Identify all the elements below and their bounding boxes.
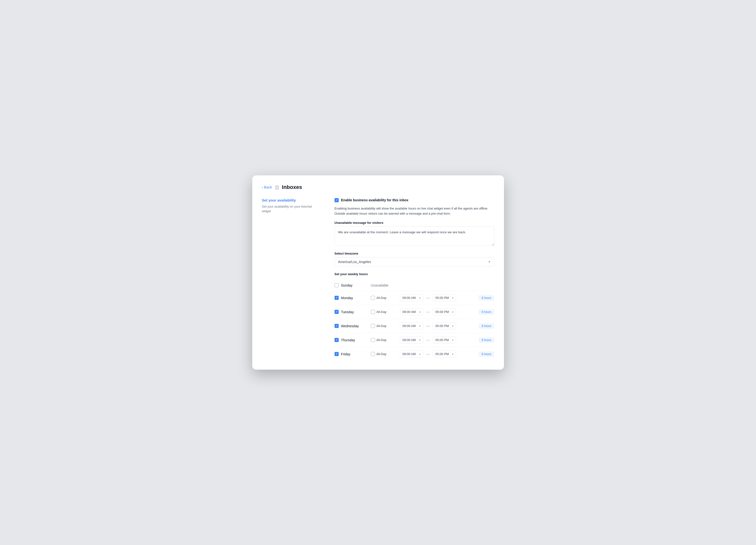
friday-time-area: 09:00 AM 08:00 AM 10:00 AM 12:00 PM ▼ — … <box>400 351 494 358</box>
sunday-unavailable: Unavailable <box>371 284 389 287</box>
monday-label: Monday <box>341 296 353 300</box>
wednesday-hours-badge: 8 hours <box>479 324 494 329</box>
friday-checkbox[interactable] <box>335 352 339 356</box>
unavailable-message-label: Unavailable message for visitors <box>335 221 494 224</box>
content-area: Set your availability Set your availabil… <box>262 198 494 361</box>
wednesday-allday-checkbox[interactable] <box>371 324 375 328</box>
enable-checkbox[interactable] <box>335 198 339 202</box>
wednesday-checkbox-area: Wednesday <box>335 324 366 328</box>
friday-allday-label: All-Day <box>376 352 387 356</box>
table-row: Thursday All-Day 09:00 AM 08:00 AM 10:00… <box>335 333 494 347</box>
monday-start-wrap: 09:00 AM 08:00 AM 10:00 AM 12:00 PM ▼ <box>400 294 423 301</box>
back-label: Back <box>264 185 272 189</box>
friday-checkbox-area: Friday <box>335 352 366 356</box>
table-row: Tuesday All-Day 09:00 AM 08:00 AM 10:00 … <box>335 305 494 319</box>
thursday-hours-badge: 8 hours <box>479 338 494 343</box>
wednesday-checkbox[interactable] <box>335 324 339 328</box>
tuesday-checkbox-area: Tuesday <box>335 310 366 314</box>
monday-hours-badge: 8 hours <box>479 295 494 301</box>
timezone-select[interactable]: America/Los_Angeles America/New_York Ame… <box>335 257 494 266</box>
right-panel: Enable business availability for this in… <box>335 198 494 361</box>
monday-time-area: 09:00 AM 08:00 AM 10:00 AM 12:00 PM ▼ — … <box>400 294 494 301</box>
friday-start-time[interactable]: 09:00 AM 08:00 AM 10:00 AM 12:00 PM <box>400 351 423 358</box>
section-title: Set your availability <box>262 198 320 202</box>
friday-end-time[interactable]: 05:00 PM 04:00 PM 06:00 PM 08:00 PM <box>433 351 456 358</box>
sunday-checkbox-area: Sunday <box>335 283 366 287</box>
enable-label: Enable business availability for this in… <box>341 198 409 202</box>
inbox-icon: ◫ <box>275 184 279 190</box>
thursday-time-area: 09:00 AM 08:00 AM 10:00 AM 12:00 PM ▼ — … <box>400 337 494 344</box>
thursday-allday-checkbox[interactable] <box>371 338 375 342</box>
sunday-checkbox[interactable] <box>335 283 339 287</box>
monday-allday-area: All-Day <box>371 296 395 300</box>
tuesday-end-time[interactable]: 05:00 PM 04:00 PM 06:00 PM 08:00 PM <box>433 308 456 316</box>
tuesday-time-area: 09:00 AM 08:00 AM 10:00 AM 12:00 PM ▼ — … <box>400 308 494 316</box>
description-text: Enabling business availability will show… <box>335 206 494 216</box>
tuesday-allday-checkbox[interactable] <box>371 310 375 314</box>
monday-allday-label: All-Day <box>376 296 387 300</box>
day-rows-container: Monday All-Day 09:00 AM 08:00 AM 10:00 A… <box>335 291 494 361</box>
thursday-end-time[interactable]: 05:00 PM 04:00 PM 06:00 PM 08:00 PM <box>433 337 456 344</box>
table-row: Friday All-Day 09:00 AM 08:00 AM 10:00 A… <box>335 347 494 361</box>
weekly-hours-label: Set your weekly hours <box>335 272 494 276</box>
timezone-select-wrapper: America/Los_Angeles America/New_York Ame… <box>335 257 494 266</box>
wednesday-start-time[interactable]: 09:00 AM 08:00 AM 10:00 AM 12:00 PM <box>400 323 423 330</box>
thursday-end-wrap: 05:00 PM 04:00 PM 06:00 PM 08:00 PM ▼ <box>433 337 456 344</box>
wednesday-allday-area: All-Day <box>371 324 395 328</box>
tuesday-end-wrap: 05:00 PM 04:00 PM 06:00 PM 08:00 PM ▼ <box>433 308 456 316</box>
wednesday-start-wrap: 09:00 AM 08:00 AM 10:00 AM 12:00 PM ▼ <box>400 323 423 330</box>
left-panel: Set your availability Set your availabil… <box>262 198 320 361</box>
page-title: Inboxes <box>282 184 302 190</box>
monday-end-wrap: 05:00 PM 04:00 PM 06:00 PM 08:00 PM ▼ <box>433 294 456 301</box>
table-row: Sunday Unavailable <box>335 280 494 291</box>
thursday-checkbox[interactable] <box>335 338 339 342</box>
friday-label: Friday <box>341 352 351 356</box>
tuesday-start-wrap: 09:00 AM 08:00 AM 10:00 AM 12:00 PM ▼ <box>400 308 423 316</box>
tuesday-dash: — <box>425 310 431 314</box>
table-row: Wednesday All-Day 09:00 AM 08:00 AM 10:0… <box>335 319 494 333</box>
friday-allday-checkbox[interactable] <box>371 352 375 356</box>
wednesday-end-time[interactable]: 05:00 PM 04:00 PM 06:00 PM 08:00 PM <box>433 323 456 330</box>
thursday-allday-label: All-Day <box>376 338 387 342</box>
section-subtitle: Set your availability on your livechat w… <box>262 204 320 214</box>
header: ‹ Back ◫ Inboxes <box>262 184 494 190</box>
friday-dash: — <box>425 352 431 356</box>
tuesday-label: Tuesday <box>341 310 354 314</box>
monday-end-time[interactable]: 05:00 PM 04:00 PM 06:00 PM 08:00 PM <box>433 294 456 301</box>
thursday-label: Thursday <box>341 338 355 342</box>
back-link[interactable]: ‹ Back <box>262 185 272 189</box>
tuesday-start-time[interactable]: 09:00 AM 08:00 AM 10:00 AM 12:00 PM <box>400 308 423 316</box>
wednesday-time-area: 09:00 AM 08:00 AM 10:00 AM 12:00 PM ▼ — … <box>400 323 494 330</box>
tuesday-allday-label: All-Day <box>376 310 387 314</box>
wednesday-dash: — <box>425 324 431 328</box>
back-chevron-icon: ‹ <box>262 185 263 189</box>
monday-dash: — <box>425 296 431 300</box>
sunday-label: Sunday <box>341 284 352 287</box>
enable-row: Enable business availability for this in… <box>335 198 494 202</box>
table-row: Monday All-Day 09:00 AM 08:00 AM 10:00 A… <box>335 291 494 305</box>
friday-hours-badge: 8 hours <box>479 352 494 357</box>
monday-checkbox-area: Monday <box>335 296 366 300</box>
thursday-dash: — <box>425 338 431 342</box>
tuesday-checkbox[interactable] <box>335 310 339 314</box>
friday-start-wrap: 09:00 AM 08:00 AM 10:00 AM 12:00 PM ▼ <box>400 351 423 358</box>
thursday-start-wrap: 09:00 AM 08:00 AM 10:00 AM 12:00 PM ▼ <box>400 337 423 344</box>
monday-start-time[interactable]: 09:00 AM 08:00 AM 10:00 AM 12:00 PM <box>400 294 423 301</box>
friday-end-wrap: 05:00 PM 04:00 PM 06:00 PM 08:00 PM ▼ <box>433 351 456 358</box>
thursday-checkbox-area: Thursday <box>335 338 366 342</box>
thursday-start-time[interactable]: 09:00 AM 08:00 AM 10:00 AM 12:00 PM <box>400 337 423 344</box>
thursday-allday-area: All-Day <box>371 338 395 342</box>
tuesday-allday-area: All-Day <box>371 310 395 314</box>
monday-checkbox[interactable] <box>335 296 339 300</box>
tuesday-hours-badge: 8 hours <box>479 309 494 315</box>
main-window: ‹ Back ◫ Inboxes Set your availability S… <box>252 175 504 370</box>
wednesday-label: Wednesday <box>341 324 359 328</box>
friday-allday-area: All-Day <box>371 352 395 356</box>
wednesday-allday-label: All-Day <box>376 324 387 328</box>
unavailable-message-textarea[interactable] <box>335 226 494 246</box>
wednesday-end-wrap: 05:00 PM 04:00 PM 06:00 PM 08:00 PM ▼ <box>433 323 456 330</box>
timezone-label: Select timezone <box>335 252 494 255</box>
monday-allday-checkbox[interactable] <box>371 296 375 300</box>
